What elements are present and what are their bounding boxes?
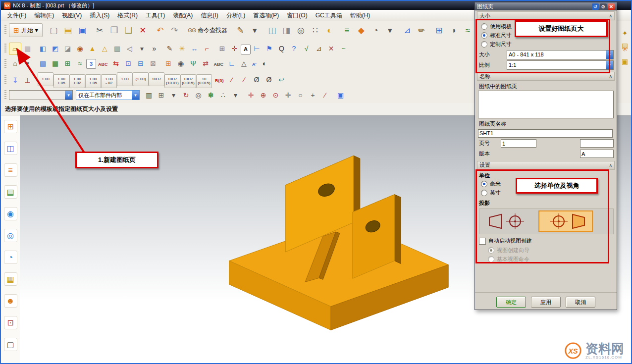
window-grid-icon[interactable]: ⊞	[432, 23, 446, 38]
slope-icon[interactable]: ⊿	[313, 43, 325, 55]
collapse-icon[interactable]: ∧	[609, 13, 612, 18]
flag-p-icon[interactable]: ⚑	[263, 43, 275, 55]
view-dropdown-icon[interactable]: ▾	[383, 23, 397, 38]
menu-item[interactable]: 工具(T)	[142, 10, 169, 21]
menu-item[interactable]: GC工具箱	[312, 10, 346, 21]
diameter-b-icon[interactable]: Ø	[263, 73, 275, 86]
dropdown-arrow-icon[interactable]: ▾	[132, 91, 139, 100]
dimension-style-button[interactable]: (1.00)	[133, 72, 149, 86]
toolbar-grip[interactable]	[4, 59, 6, 69]
selection-filter-combo[interactable]: 仅在工作部件内部 ▾	[76, 90, 140, 100]
sidebar-hd3d-tools[interactable]: ◉	[4, 207, 17, 220]
sheet-stack-icon[interactable]: ▤	[37, 57, 49, 69]
grid-plus-icon[interactable]: ⊞	[216, 43, 228, 55]
sidebar-part-navigator[interactable]: ≡	[4, 163, 17, 177]
copy-icon[interactable]: ❐	[107, 23, 121, 38]
cut-icon[interactable]: ✂	[93, 23, 107, 38]
edge-tool-c-icon[interactable]: ✳	[619, 43, 631, 55]
section-header-name[interactable]: 名称 ∧	[477, 72, 615, 81]
checkbox[interactable]	[479, 238, 486, 245]
zoom-q-icon[interactable]: Q	[275, 43, 288, 55]
page-secondary-input[interactable]	[580, 139, 614, 148]
crop-icon[interactable]: ⊠	[147, 57, 159, 69]
corner-icon[interactable]: ∟	[225, 57, 238, 69]
dialog-options-gear-icon[interactable]: ⚙	[600, 3, 607, 10]
sidebar-web-browser[interactable]: ◎	[4, 229, 17, 242]
snap-ring-icon[interactable]: ○	[294, 89, 307, 102]
menu-item[interactable]: 视图(V)	[58, 10, 86, 21]
section-header-settings[interactable]: 设置 ∧	[477, 161, 615, 170]
grid-orange-icon[interactable]: ⊞	[162, 57, 175, 69]
view-update-icon[interactable]: ◧	[37, 43, 49, 55]
solid-cube-icon[interactable]: ▣	[334, 89, 347, 102]
dd-icon[interactable]: ▾	[21, 57, 34, 69]
collapse-icon[interactable]: ∧	[609, 163, 612, 168]
snap-plus-icon[interactable]: +	[307, 89, 319, 102]
a-prime-icon[interactable]: A′	[250, 58, 259, 71]
callout-icon[interactable]: ◁	[123, 43, 136, 55]
toolbar-grip[interactable]	[4, 75, 6, 85]
ok-button[interactable]: 确定	[496, 297, 526, 308]
selection-scope-combo[interactable]: ▾	[9, 90, 73, 100]
sidebar-roles[interactable]: ☻	[4, 294, 17, 308]
dropdown-arrow-icon[interactable]: ▾	[65, 91, 72, 100]
undo-icon[interactable]: ↶	[153, 23, 167, 38]
sidebar-sheet-format[interactable]: ▢	[4, 338, 17, 351]
command-finder[interactable]: ⊙⊙ 命令查找器	[186, 26, 229, 35]
measure-icon[interactable]: ⊿	[400, 23, 415, 38]
dimension-style-button[interactable]: 1.00 -.02	[101, 74, 117, 88]
two-windows-icon[interactable]: ⊟	[135, 57, 147, 69]
toolbar-grip[interactable]	[4, 25, 6, 35]
menu-item[interactable]: 插入(S)	[86, 10, 113, 21]
sidebar-system-materials[interactable]: ▦	[4, 272, 17, 286]
auto-start-view-checkbox-row[interactable]: 自动启动视图创建	[479, 237, 614, 245]
display-drawing-icon[interactable]: ⌂	[9, 57, 21, 69]
toolbar-grip[interactable]	[4, 90, 6, 100]
hole-icon[interactable]: ◎	[294, 23, 308, 38]
dots-dd-icon[interactable]: ∴	[217, 89, 229, 102]
refresh-icon[interactable]: ↻	[180, 89, 192, 102]
menu-item[interactable]: 窗口(O)	[283, 10, 311, 21]
snap-slash-icon[interactable]: ∕	[319, 89, 331, 102]
edge-tool-d-icon[interactable]: ▣	[619, 55, 631, 67]
paste-icon[interactable]: ❑	[121, 23, 136, 38]
sidebar-constraint-navigator[interactable]: ◫	[4, 142, 17, 155]
menu-item[interactable]: 首选项(P)	[249, 10, 283, 21]
dialog-title-bar[interactable]: 图纸页 ↺ ⚙ ✕	[475, 2, 617, 10]
toolbar-grip[interactable]	[4, 44, 6, 53]
save-icon[interactable]: ▣	[75, 23, 90, 38]
slash-a-icon[interactable]: ∕	[226, 73, 238, 86]
perpendicular-icon[interactable]: ⊥	[21, 74, 34, 87]
dd2-icon[interactable]: ▾	[167, 89, 180, 102]
dimension-style-button[interactable]: 1.00 ±.02	[69, 74, 85, 88]
open-icon[interactable]: ▤	[61, 23, 75, 38]
layer-settings-icon[interactable]: ≡	[340, 23, 354, 38]
dimension-style-button[interactable]: 1.00	[38, 72, 53, 86]
sidebar-assembly-navigator[interactable]: ⊞	[4, 120, 17, 133]
orbit-icon[interactable]: ◎	[192, 89, 205, 102]
slash-b-icon[interactable]: ∕	[238, 73, 251, 86]
sketch-dropdown-icon[interactable]: ▾	[248, 23, 262, 38]
swap-red-icon[interactable]: ⇆	[110, 57, 122, 69]
camera-icon[interactable]: ◉	[175, 57, 187, 69]
table-icon[interactable]: ⊞	[61, 57, 74, 69]
check-icon[interactable]: √	[300, 43, 313, 55]
dropdown-arrow-icon[interactable]: ▾	[606, 51, 613, 59]
scale-dropdown[interactable]: 1:1 ▾	[507, 60, 614, 70]
curve-icon[interactable]: ~	[337, 43, 350, 55]
close2-icon[interactable]: ✕	[325, 43, 337, 55]
datum-plane-icon[interactable]: ◫	[265, 23, 279, 38]
cone2-icon[interactable]: △	[99, 43, 111, 55]
dialog-reset-icon[interactable]: ↺	[592, 3, 599, 10]
book-icon[interactable]: ▥	[143, 89, 155, 102]
revision-input[interactable]	[580, 150, 614, 158]
apply-button[interactable]: 应用	[531, 297, 561, 308]
page-number-input[interactable]	[501, 139, 536, 148]
radius-zero-icon[interactable]: R(0)	[213, 75, 226, 87]
menu-item[interactable]: 信息(I)	[197, 10, 222, 21]
dialog-close-icon[interactable]: ✕	[608, 3, 615, 10]
parts-list-icon[interactable]: ▦	[49, 57, 61, 69]
menu-item[interactable]: 编辑(E)	[30, 10, 58, 21]
view-group-icon[interactable]: ◩	[49, 43, 61, 55]
grid2-icon[interactable]: ⊞	[155, 89, 167, 102]
